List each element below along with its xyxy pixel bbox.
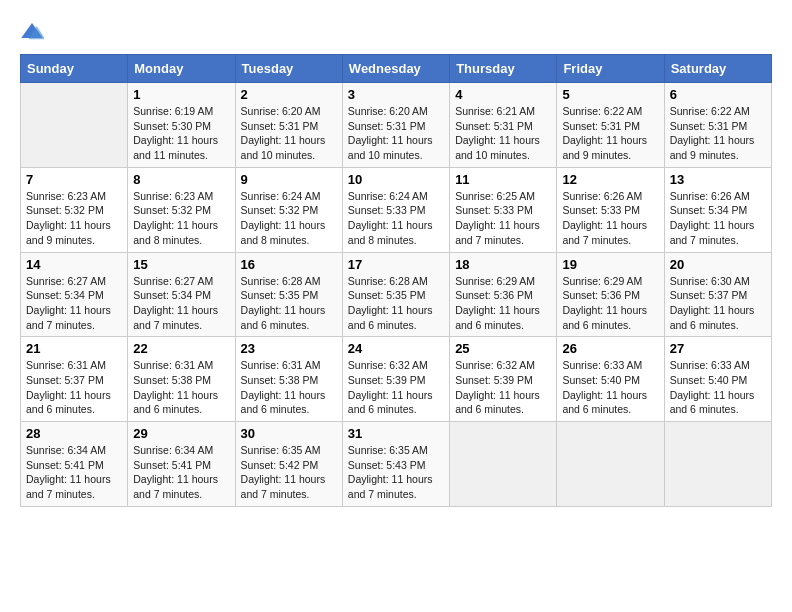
day-info: Sunrise: 6:23 AMSunset: 5:32 PMDaylight:… [133, 189, 229, 248]
day-info: Sunrise: 6:33 AMSunset: 5:40 PMDaylight:… [670, 358, 766, 417]
weekday-header-sunday: Sunday [21, 55, 128, 83]
day-info: Sunrise: 6:32 AMSunset: 5:39 PMDaylight:… [348, 358, 444, 417]
calendar-cell: 16Sunrise: 6:28 AMSunset: 5:35 PMDayligh… [235, 252, 342, 337]
day-info: Sunrise: 6:35 AMSunset: 5:43 PMDaylight:… [348, 443, 444, 502]
calendar-cell: 27Sunrise: 6:33 AMSunset: 5:40 PMDayligh… [664, 337, 771, 422]
calendar-cell: 14Sunrise: 6:27 AMSunset: 5:34 PMDayligh… [21, 252, 128, 337]
day-number: 26 [562, 341, 658, 356]
calendar-cell: 18Sunrise: 6:29 AMSunset: 5:36 PMDayligh… [450, 252, 557, 337]
day-number: 10 [348, 172, 444, 187]
day-info: Sunrise: 6:27 AMSunset: 5:34 PMDaylight:… [26, 274, 122, 333]
calendar-cell [664, 422, 771, 507]
day-info: Sunrise: 6:28 AMSunset: 5:35 PMDaylight:… [348, 274, 444, 333]
day-info: Sunrise: 6:24 AMSunset: 5:32 PMDaylight:… [241, 189, 337, 248]
calendar-week-row: 14Sunrise: 6:27 AMSunset: 5:34 PMDayligh… [21, 252, 772, 337]
day-number: 18 [455, 257, 551, 272]
day-info: Sunrise: 6:31 AMSunset: 5:38 PMDaylight:… [241, 358, 337, 417]
calendar-cell [21, 83, 128, 168]
day-number: 17 [348, 257, 444, 272]
calendar-cell: 28Sunrise: 6:34 AMSunset: 5:41 PMDayligh… [21, 422, 128, 507]
weekday-header-wednesday: Wednesday [342, 55, 449, 83]
calendar-cell: 15Sunrise: 6:27 AMSunset: 5:34 PMDayligh… [128, 252, 235, 337]
weekday-header-monday: Monday [128, 55, 235, 83]
calendar-cell: 7Sunrise: 6:23 AMSunset: 5:32 PMDaylight… [21, 167, 128, 252]
day-info: Sunrise: 6:31 AMSunset: 5:37 PMDaylight:… [26, 358, 122, 417]
day-info: Sunrise: 6:34 AMSunset: 5:41 PMDaylight:… [26, 443, 122, 502]
calendar-cell: 10Sunrise: 6:24 AMSunset: 5:33 PMDayligh… [342, 167, 449, 252]
day-number: 6 [670, 87, 766, 102]
day-number: 9 [241, 172, 337, 187]
day-info: Sunrise: 6:24 AMSunset: 5:33 PMDaylight:… [348, 189, 444, 248]
calendar-table: SundayMondayTuesdayWednesdayThursdayFrid… [20, 54, 772, 507]
calendar-cell: 30Sunrise: 6:35 AMSunset: 5:42 PMDayligh… [235, 422, 342, 507]
calendar-cell: 6Sunrise: 6:22 AMSunset: 5:31 PMDaylight… [664, 83, 771, 168]
day-number: 14 [26, 257, 122, 272]
day-number: 3 [348, 87, 444, 102]
calendar-cell: 19Sunrise: 6:29 AMSunset: 5:36 PMDayligh… [557, 252, 664, 337]
calendar-week-row: 28Sunrise: 6:34 AMSunset: 5:41 PMDayligh… [21, 422, 772, 507]
day-number: 1 [133, 87, 229, 102]
calendar-week-row: 7Sunrise: 6:23 AMSunset: 5:32 PMDaylight… [21, 167, 772, 252]
calendar-cell: 8Sunrise: 6:23 AMSunset: 5:32 PMDaylight… [128, 167, 235, 252]
day-info: Sunrise: 6:28 AMSunset: 5:35 PMDaylight:… [241, 274, 337, 333]
day-number: 4 [455, 87, 551, 102]
day-info: Sunrise: 6:20 AMSunset: 5:31 PMDaylight:… [348, 104, 444, 163]
day-info: Sunrise: 6:19 AMSunset: 5:30 PMDaylight:… [133, 104, 229, 163]
calendar-cell: 21Sunrise: 6:31 AMSunset: 5:37 PMDayligh… [21, 337, 128, 422]
day-info: Sunrise: 6:34 AMSunset: 5:41 PMDaylight:… [133, 443, 229, 502]
day-info: Sunrise: 6:22 AMSunset: 5:31 PMDaylight:… [670, 104, 766, 163]
day-number: 29 [133, 426, 229, 441]
calendar-cell: 4Sunrise: 6:21 AMSunset: 5:31 PMDaylight… [450, 83, 557, 168]
calendar-cell: 31Sunrise: 6:35 AMSunset: 5:43 PMDayligh… [342, 422, 449, 507]
calendar-cell: 22Sunrise: 6:31 AMSunset: 5:38 PMDayligh… [128, 337, 235, 422]
weekday-header-thursday: Thursday [450, 55, 557, 83]
day-number: 21 [26, 341, 122, 356]
day-number: 28 [26, 426, 122, 441]
day-info: Sunrise: 6:30 AMSunset: 5:37 PMDaylight:… [670, 274, 766, 333]
day-number: 13 [670, 172, 766, 187]
day-info: Sunrise: 6:22 AMSunset: 5:31 PMDaylight:… [562, 104, 658, 163]
day-number: 30 [241, 426, 337, 441]
day-info: Sunrise: 6:26 AMSunset: 5:33 PMDaylight:… [562, 189, 658, 248]
calendar-week-row: 21Sunrise: 6:31 AMSunset: 5:37 PMDayligh… [21, 337, 772, 422]
weekday-header-saturday: Saturday [664, 55, 771, 83]
logo [20, 20, 48, 44]
day-number: 23 [241, 341, 337, 356]
day-number: 27 [670, 341, 766, 356]
day-info: Sunrise: 6:31 AMSunset: 5:38 PMDaylight:… [133, 358, 229, 417]
calendar-cell: 20Sunrise: 6:30 AMSunset: 5:37 PMDayligh… [664, 252, 771, 337]
calendar-cell: 5Sunrise: 6:22 AMSunset: 5:31 PMDaylight… [557, 83, 664, 168]
day-info: Sunrise: 6:29 AMSunset: 5:36 PMDaylight:… [455, 274, 551, 333]
day-info: Sunrise: 6:29 AMSunset: 5:36 PMDaylight:… [562, 274, 658, 333]
page-header [20, 20, 772, 44]
calendar-cell: 17Sunrise: 6:28 AMSunset: 5:35 PMDayligh… [342, 252, 449, 337]
day-info: Sunrise: 6:33 AMSunset: 5:40 PMDaylight:… [562, 358, 658, 417]
day-number: 31 [348, 426, 444, 441]
day-number: 7 [26, 172, 122, 187]
day-info: Sunrise: 6:35 AMSunset: 5:42 PMDaylight:… [241, 443, 337, 502]
day-number: 12 [562, 172, 658, 187]
calendar-cell: 26Sunrise: 6:33 AMSunset: 5:40 PMDayligh… [557, 337, 664, 422]
day-number: 24 [348, 341, 444, 356]
day-number: 22 [133, 341, 229, 356]
logo-icon [20, 20, 44, 44]
weekday-header-tuesday: Tuesday [235, 55, 342, 83]
calendar-cell: 9Sunrise: 6:24 AMSunset: 5:32 PMDaylight… [235, 167, 342, 252]
calendar-cell: 13Sunrise: 6:26 AMSunset: 5:34 PMDayligh… [664, 167, 771, 252]
day-info: Sunrise: 6:21 AMSunset: 5:31 PMDaylight:… [455, 104, 551, 163]
calendar-cell: 11Sunrise: 6:25 AMSunset: 5:33 PMDayligh… [450, 167, 557, 252]
day-number: 19 [562, 257, 658, 272]
day-info: Sunrise: 6:27 AMSunset: 5:34 PMDaylight:… [133, 274, 229, 333]
day-number: 15 [133, 257, 229, 272]
calendar-cell: 29Sunrise: 6:34 AMSunset: 5:41 PMDayligh… [128, 422, 235, 507]
calendar-cell: 12Sunrise: 6:26 AMSunset: 5:33 PMDayligh… [557, 167, 664, 252]
day-number: 20 [670, 257, 766, 272]
calendar-cell [450, 422, 557, 507]
weekday-header-row: SundayMondayTuesdayWednesdayThursdayFrid… [21, 55, 772, 83]
calendar-week-row: 1Sunrise: 6:19 AMSunset: 5:30 PMDaylight… [21, 83, 772, 168]
calendar-cell [557, 422, 664, 507]
calendar-cell: 24Sunrise: 6:32 AMSunset: 5:39 PMDayligh… [342, 337, 449, 422]
day-info: Sunrise: 6:32 AMSunset: 5:39 PMDaylight:… [455, 358, 551, 417]
calendar-cell: 2Sunrise: 6:20 AMSunset: 5:31 PMDaylight… [235, 83, 342, 168]
day-number: 16 [241, 257, 337, 272]
